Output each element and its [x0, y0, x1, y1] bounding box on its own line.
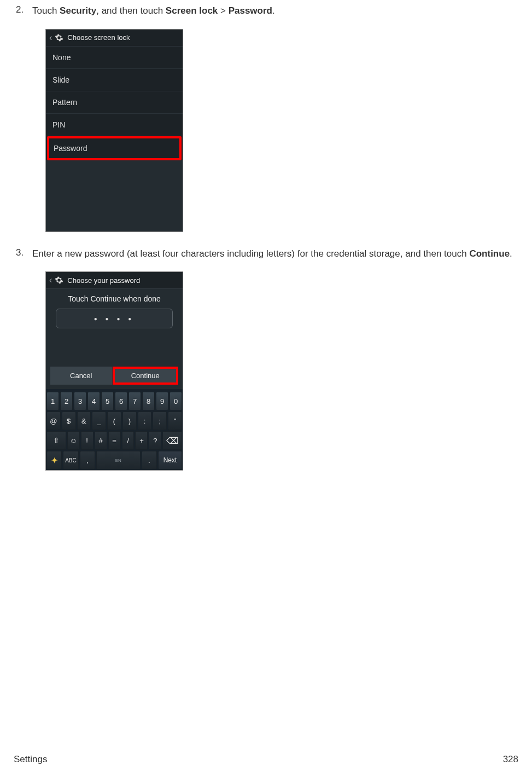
lock-option-none[interactable]: None [46, 47, 183, 69]
screenshot-choose-password: ‹ Choose your password Touch Continue wh… [45, 271, 183, 471]
keyboard: 1 2 3 4 5 6 7 8 9 0 @ $ & _ ( ) : ; " [46, 389, 183, 470]
footer-page: 328 [503, 754, 518, 765]
footer-section: Settings [14, 754, 47, 765]
key-rparen[interactable]: ) [122, 411, 137, 430]
bold-screen-lock: Screen lock [166, 5, 218, 16]
highlight-password: Password [47, 136, 182, 160]
key-space[interactable]: EN [96, 451, 141, 469]
screenshot-title: Choose screen lock [67, 33, 130, 42]
key-question[interactable]: ? [149, 431, 161, 450]
continue-button[interactable]: Continue [113, 367, 179, 385]
lock-option-password[interactable]: Password [49, 138, 179, 158]
key-backspace[interactable]: ⌫ [162, 431, 182, 450]
key-period[interactable]: . [142, 451, 157, 469]
key-underscore[interactable]: _ [92, 411, 106, 430]
password-input[interactable]: ● ● ● ● [56, 309, 173, 328]
step-number: 3. [14, 247, 32, 261]
key-1[interactable]: 1 [46, 392, 59, 410]
key-at[interactable]: @ [46, 411, 61, 430]
key-9[interactable]: 9 [156, 392, 168, 410]
step-3: 3. Enter a new password (at least four c… [14, 247, 518, 261]
cancel-button[interactable]: Cancel [50, 367, 113, 385]
key-0[interactable]: 0 [169, 392, 182, 410]
key-exclaim[interactable]: ! [81, 431, 93, 450]
bold-password: Password [229, 5, 272, 16]
step-text: Enter a new password (at least four char… [32, 247, 518, 261]
key-8[interactable]: 8 [142, 392, 155, 410]
key-2[interactable]: 2 [60, 392, 73, 410]
key-7[interactable]: 7 [128, 392, 141, 410]
key-abc[interactable]: ABC [63, 451, 78, 469]
gear-icon [54, 275, 64, 285]
step-2: 2. Touch Security, and then touch Screen… [14, 4, 518, 18]
screenshot-header: ‹ Choose your password [46, 272, 183, 289]
step-number: 2. [14, 4, 32, 18]
back-icon: ‹ [49, 276, 52, 285]
empty-space [46, 160, 183, 231]
button-row: Cancel Continue [50, 367, 178, 385]
key-hash[interactable]: # [95, 431, 107, 450]
subheader: Touch Continue when done [46, 289, 183, 309]
key-6[interactable]: 6 [115, 392, 127, 410]
key-dollar[interactable]: $ [62, 411, 76, 430]
key-equals[interactable]: = [108, 431, 121, 450]
key-5[interactable]: 5 [101, 392, 114, 410]
key-next[interactable]: Next [158, 451, 182, 469]
gear-icon [54, 33, 64, 43]
screenshot-choose-screen-lock: ‹ Choose screen lock None Slide Pattern … [45, 29, 183, 232]
bold-continue: Continue [469, 248, 510, 259]
key-lparen[interactable]: ( [107, 411, 121, 430]
key-slash[interactable]: / [122, 431, 135, 450]
key-semicolon[interactable]: ; [153, 411, 167, 430]
bold-security: Security [60, 5, 96, 16]
key-comma[interactable]: , [80, 451, 95, 469]
lock-option-pin[interactable]: PIN [46, 114, 183, 136]
key-swype[interactable]: ✦ [46, 451, 62, 469]
key-amp[interactable]: & [77, 411, 91, 430]
screenshot-header: ‹ Choose screen lock [46, 30, 183, 47]
key-plus[interactable]: + [135, 431, 148, 450]
key-4[interactable]: 4 [87, 392, 100, 410]
key-quote[interactable]: " [168, 411, 182, 430]
key-colon[interactable]: : [138, 411, 152, 430]
lock-option-pattern[interactable]: Pattern [46, 91, 183, 114]
key-3[interactable]: 3 [74, 392, 86, 410]
back-icon: ‹ [49, 33, 52, 42]
key-emoji[interactable]: ☺ [67, 431, 80, 450]
screenshot-title: Choose your password [67, 276, 140, 285]
lock-option-slide[interactable]: Slide [46, 69, 183, 91]
step-text: Touch Security, and then touch Screen lo… [32, 4, 518, 18]
page-footer: Settings 328 [14, 754, 518, 765]
key-shift[interactable]: ⇧ [46, 431, 66, 450]
